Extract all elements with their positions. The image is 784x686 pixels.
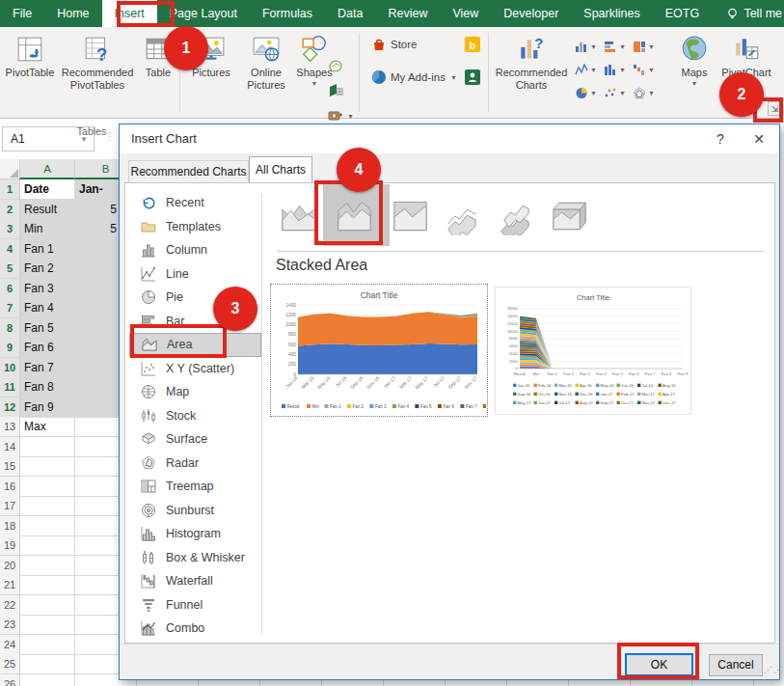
row-header-5[interactable]: 5 <box>0 259 20 279</box>
insert-statistic-chart-button[interactable]: ▼ <box>604 58 633 81</box>
chart-type-radar[interactable]: Radar <box>129 452 261 476</box>
chart-type-sunburst[interactable]: Sunburst <box>129 499 261 523</box>
recommended-charts-button[interactable]: ? Recommended Charts <box>494 31 569 106</box>
cell-A1[interactable]: Date <box>20 179 75 200</box>
tell-me[interactable]: Tell me <box>726 0 784 27</box>
pivotchart-button[interactable]: PivotChart <box>717 31 775 106</box>
cell-A15[interactable] <box>20 456 75 477</box>
row-header-9[interactable]: 9 <box>0 338 20 358</box>
cell-A19[interactable] <box>20 535 75 556</box>
chart-type-treemap[interactable]: Treemap <box>129 475 261 499</box>
tab-all-charts[interactable]: All Charts <box>249 156 312 182</box>
row-header-16[interactable]: 16 <box>0 477 20 497</box>
cell-A10[interactable]: Fan 7 <box>20 358 75 378</box>
row-header-15[interactable]: 15 <box>0 456 20 477</box>
ribbon-tab-page-layout[interactable]: Page Layout <box>157 0 250 27</box>
cell-A5[interactable]: Fan 2 <box>20 259 75 279</box>
row-header-20[interactable]: 20 <box>0 556 20 576</box>
stacked-area-preview-selected[interactable]: Chart Title0200400600800100012001400Jan-… <box>270 284 488 417</box>
ok-button[interactable]: OK <box>625 653 693 676</box>
row-header-3[interactable]: 3 <box>0 219 20 239</box>
chart-type-histogram[interactable]: Histogram <box>129 522 261 546</box>
ribbon-tab-formulas[interactable]: Formulas <box>250 0 325 27</box>
row-header-21[interactable]: 21 <box>0 575 20 595</box>
dialog-help-button[interactable]: ? <box>706 128 735 150</box>
row-header-10[interactable]: 10 <box>0 358 20 378</box>
subtype-stacked-area-selected[interactable] <box>334 197 375 237</box>
cell-A7[interactable]: Fan 4 <box>20 298 75 318</box>
my-addins-button[interactable]: My Add-ins ▼ <box>371 69 457 85</box>
cell-A12[interactable]: Fan 9 <box>20 398 75 418</box>
smartart-button[interactable] <box>328 83 347 98</box>
insert-hierarchy-chart-button[interactable]: ▼ <box>633 35 662 58</box>
chart-type-bar[interactable]: Bar <box>129 310 261 334</box>
subtype-area[interactable] <box>279 197 320 237</box>
ribbon-tab-developer[interactable]: Developer <box>491 0 571 27</box>
dialog-titlebar[interactable]: Insert Chart ? ✕ <box>120 124 779 153</box>
tab-recommended-charts[interactable]: Recommended Charts <box>128 160 249 182</box>
chart-type-stock[interactable]: Stock <box>129 404 261 428</box>
row-header-6[interactable]: 6 <box>0 279 20 299</box>
cell-A14[interactable] <box>20 437 75 457</box>
pivottable-button[interactable]: PivotTable <box>4 31 56 106</box>
ribbon-tab-eotg[interactable]: EOTG <box>653 0 712 27</box>
chart-type-map[interactable]: Map <box>129 380 261 404</box>
store-button[interactable]: Store <box>371 37 418 52</box>
row-header-22[interactable]: 22 <box>0 595 20 616</box>
row-header-18[interactable]: 18 <box>0 516 20 536</box>
chart-type-pie[interactable]: Pie <box>129 286 261 310</box>
cell-A16[interactable] <box>20 477 75 497</box>
cell-A26[interactable] <box>20 674 75 686</box>
icons-3d-button[interactable] <box>328 59 347 74</box>
row-header-12[interactable]: 12 <box>0 398 20 418</box>
cell-A13[interactable]: Max <box>20 417 75 437</box>
row-header-11[interactable]: 11 <box>0 377 20 398</box>
chart-type-templates[interactable]: Templates <box>129 215 261 239</box>
ribbon-tab-file[interactable]: File <box>0 0 44 27</box>
insert-bar-chart-button[interactable]: ▼ <box>604 35 633 58</box>
cell-A2[interactable]: Result <box>20 200 75 220</box>
row-header-24[interactable]: 24 <box>0 635 20 655</box>
bing-badge[interactable]: b <box>465 37 484 52</box>
cell-A21[interactable] <box>20 575 75 595</box>
row-header-8[interactable]: 8 <box>0 318 20 339</box>
row-header-4[interactable]: 4 <box>0 239 20 260</box>
insert-pie-chart-button[interactable]: ▼ <box>575 81 604 104</box>
row-header-1[interactable]: 1 <box>0 179 20 200</box>
chart-type-recent[interactable]: Recent <box>129 191 261 215</box>
row-header-26[interactable]: 26 <box>0 674 20 686</box>
row-header-14[interactable]: 14 <box>0 437 20 457</box>
row-header-2[interactable]: 2 <box>0 200 20 220</box>
subtype-100-stacked-area[interactable] <box>390 197 431 237</box>
cell-A17[interactable] <box>20 496 75 516</box>
cell-A23[interactable] <box>20 615 75 635</box>
dialog-close-button[interactable]: ✕ <box>744 128 773 150</box>
row-header-25[interactable]: 25 <box>0 654 20 674</box>
online-pictures-button[interactable]: Online Pictures <box>239 31 293 106</box>
ribbon-tab-sparklines[interactable]: Sparklines <box>571 0 652 27</box>
cell-A4[interactable]: Fan 1 <box>20 239 75 260</box>
chart-type-column[interactable]: Column <box>129 238 261 262</box>
cell-A18[interactable] <box>20 516 75 536</box>
charts-dialog-launcher[interactable]: ⇲ <box>768 101 782 116</box>
insert-radar-chart-button[interactable]: ▼ <box>633 81 662 104</box>
cell-A3[interactable]: Min <box>20 219 75 239</box>
cell-A11[interactable]: Fan 8 <box>20 377 75 398</box>
cell-A20[interactable] <box>20 556 75 576</box>
stacked-area-preview-alt[interactable]: Chart Title02000400060008000100001200014… <box>495 287 691 415</box>
admin-addins-badge[interactable] <box>465 69 484 85</box>
ribbon-tab-view[interactable]: View <box>440 0 491 27</box>
row-header-7[interactable]: 7 <box>0 298 20 318</box>
ribbon-tab-home[interactable]: Home <box>44 0 101 27</box>
cell-A24[interactable] <box>20 635 75 655</box>
row-header-19[interactable]: 19 <box>0 535 20 556</box>
chart-type-surface[interactable]: Surface <box>129 427 261 452</box>
resize-grip[interactable]: ⋰⋰ <box>764 665 775 676</box>
row-header-17[interactable]: 17 <box>0 496 20 516</box>
chart-type-line[interactable]: Line <box>129 262 261 287</box>
ribbon-tab-review[interactable]: Review <box>375 0 440 27</box>
chart-type-waterfall[interactable]: Waterfall <box>129 569 261 593</box>
insert-scatter-chart-button[interactable]: ▼ <box>604 81 633 104</box>
pictures-button[interactable]: Pictures <box>185 31 237 106</box>
chart-type-funnel[interactable]: Funnel <box>129 593 261 617</box>
